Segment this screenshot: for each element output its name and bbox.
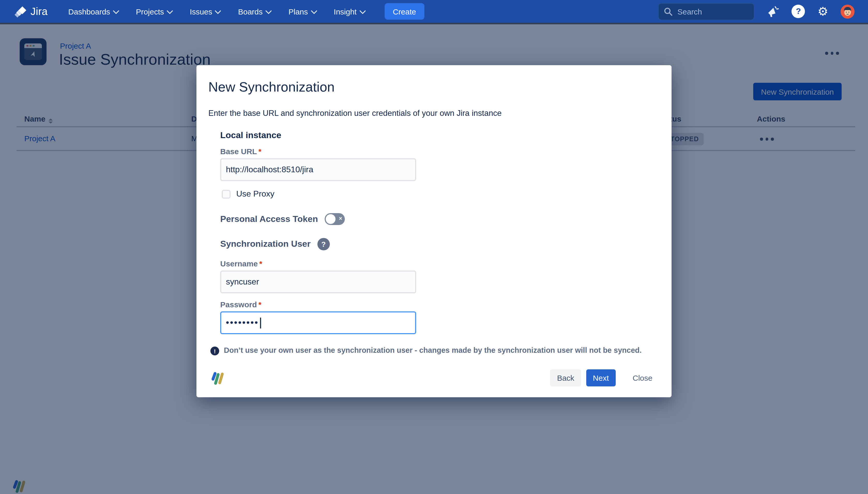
nav-plans[interactable]: Plans — [289, 7, 316, 16]
use-proxy-option[interactable]: Use Proxy — [222, 189, 275, 198]
jira-app-window: Jira Dashboards Projects Issues Boards P… — [0, 0, 868, 494]
search-icon — [664, 7, 673, 16]
brand-name: Jira — [31, 5, 47, 17]
password-masked-value: •••••••• — [226, 318, 259, 328]
use-proxy-checkbox[interactable] — [222, 190, 231, 198]
create-button[interactable]: Create — [384, 3, 424, 20]
chevron-down-icon — [265, 7, 272, 14]
modal-subtitle: Enter the base URL and synchronization u… — [208, 109, 501, 118]
navbar-right-cluster — [658, 3, 854, 20]
navbar-shadow — [0, 23, 868, 24]
base-url-input[interactable] — [220, 158, 416, 181]
nav-dashboards[interactable]: Dashboards — [68, 7, 118, 16]
chevron-down-icon — [215, 7, 221, 14]
user-avatar[interactable] — [841, 4, 854, 18]
nav-projects[interactable]: Projects — [136, 7, 172, 16]
toggle-knob — [326, 214, 336, 224]
main-navigation: Dashboards Projects Issues Boards Plans … — [68, 7, 365, 16]
chevron-down-icon — [359, 7, 366, 14]
required-asterisk: * — [258, 147, 262, 156]
jira-mark-icon — [14, 5, 27, 18]
modal-footer: Back Next Close — [209, 369, 659, 386]
global-search — [658, 3, 754, 20]
top-navbar: Jira Dashboards Projects Issues Boards P… — [0, 0, 868, 23]
username-input[interactable] — [220, 270, 416, 293]
base-url-label: Base URL* — [220, 147, 261, 156]
warning-icon — [211, 346, 219, 355]
announcement-icon[interactable] — [767, 5, 780, 18]
close-button[interactable]: Close — [626, 369, 659, 386]
new-synchronization-modal: New Synchronization Enter the base URL a… — [196, 65, 672, 397]
chevron-down-icon — [166, 7, 173, 14]
help-icon[interactable] — [792, 5, 805, 18]
toggle-off-x-icon — [339, 215, 342, 222]
personal-access-token-toggle[interactable] — [325, 213, 345, 225]
required-asterisk: * — [258, 300, 262, 309]
local-instance-heading: Local instance — [220, 130, 281, 141]
synchronization-user-row: Synchronization User — [220, 238, 330, 250]
synchronization-user-heading: Synchronization User — [220, 239, 311, 249]
chevron-down-icon — [311, 7, 317, 14]
nav-insight[interactable]: Insight — [334, 7, 365, 16]
nav-issues[interactable]: Issues — [190, 7, 220, 16]
required-asterisk: * — [259, 259, 262, 268]
chevron-down-icon — [113, 7, 119, 14]
settings-gear-icon[interactable] — [817, 5, 828, 17]
username-label: Username* — [220, 259, 262, 268]
password-label: Password* — [220, 300, 261, 309]
warning-message: Don’t use your own user as the synchroni… — [211, 346, 655, 355]
app-vendor-logo — [209, 370, 224, 386]
back-button[interactable]: Back — [550, 369, 581, 386]
jira-logo[interactable]: Jira — [14, 5, 47, 18]
nav-boards[interactable]: Boards — [238, 7, 271, 16]
modal-title: New Synchronization — [208, 79, 334, 95]
personal-access-token-label: Personal Access Token — [220, 214, 318, 224]
warning-text: Don’t use your own user as the synchroni… — [224, 346, 642, 354]
next-button[interactable]: Next — [586, 369, 616, 386]
personal-access-token-row: Personal Access Token — [220, 213, 345, 225]
sync-user-help-icon[interactable] — [317, 238, 330, 250]
password-input[interactable]: •••••••• — [220, 311, 416, 334]
text-cursor — [260, 317, 261, 328]
search-input[interactable] — [676, 6, 746, 16]
use-proxy-label: Use Proxy — [236, 189, 275, 198]
